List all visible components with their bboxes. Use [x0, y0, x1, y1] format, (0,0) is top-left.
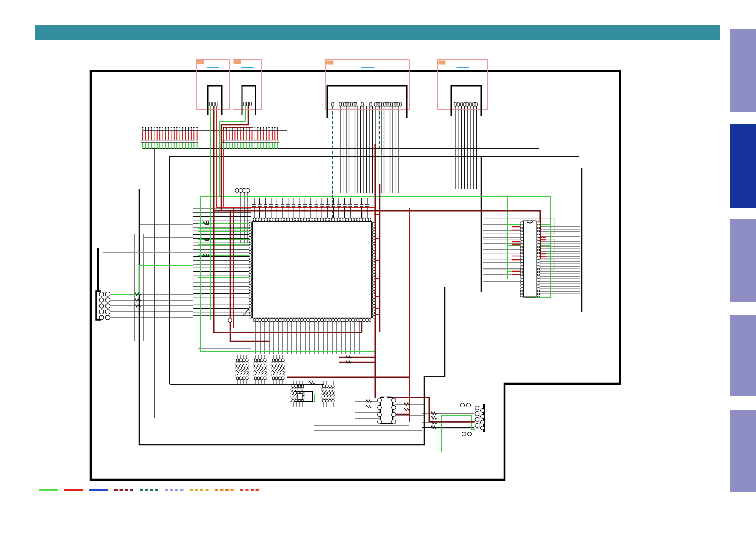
ic-pin: [340, 218, 343, 221]
ic-pin: [332, 218, 334, 221]
ic-pin: [249, 316, 251, 318]
ic-pin: [357, 218, 360, 221]
ic-pin: [372, 293, 375, 296]
ic-pin: [249, 253, 251, 256]
connector-pin: [470, 102, 471, 106]
connector-pin: [370, 102, 372, 106]
ic-pin: [329, 218, 332, 221]
ic-pin: [309, 318, 312, 321]
ic-pin: [249, 310, 251, 313]
connector-pin-circle: [475, 418, 479, 422]
connector-pin-circle: [99, 310, 104, 314]
ic-pin: [249, 251, 251, 253]
resistor-icon: [242, 364, 245, 375]
junction-dot: [145, 127, 146, 128]
ic-pin: [284, 218, 287, 221]
junction-dot: [246, 127, 247, 128]
ic-pin: [249, 287, 251, 290]
connector-pin: [384, 102, 386, 106]
ic-pin: [537, 279, 540, 281]
via-circle: [462, 432, 466, 436]
junction-dot: [193, 127, 195, 128]
ic-pin: [287, 218, 290, 221]
pin-circle: [301, 385, 304, 388]
ic-pin: [301, 318, 303, 321]
junction-dot: [223, 127, 224, 128]
ic-pin: [372, 251, 375, 253]
ic-pin: [249, 225, 251, 228]
ic-pin: [372, 287, 375, 290]
connector-pin: [400, 102, 401, 106]
ic-pin: [537, 231, 540, 234]
ic-pin: [312, 318, 315, 321]
ic-pin: [273, 318, 276, 321]
junction-dot: [234, 127, 236, 128]
ic-pin: [537, 253, 540, 256]
ic-pin: [295, 218, 298, 221]
resistor-icon: [325, 390, 328, 397]
ic-pin: [249, 248, 251, 251]
connector-pin: [395, 102, 397, 106]
connector-pin-circle: [475, 412, 479, 416]
ic-pin: [372, 256, 375, 259]
ic-pin: [249, 228, 251, 231]
connector-pin: [244, 102, 246, 106]
schematic-canvas: [0, 0, 756, 535]
junction-dot: [151, 127, 152, 128]
pin-circle: [246, 377, 248, 380]
ic-pin: [537, 238, 540, 240]
ic-pin: [537, 263, 540, 265]
junction-dot: [240, 127, 242, 128]
pin-circle: [236, 359, 239, 362]
ic-pin: [372, 313, 375, 316]
ic-pin: [372, 245, 375, 248]
ic-pin: [372, 248, 375, 251]
ic-pin: [276, 318, 278, 321]
ic-pin: [264, 218, 267, 221]
junction-dot: [260, 127, 261, 128]
ic-pin: [259, 218, 261, 221]
pin-circle: [242, 377, 245, 380]
pin-circle: [272, 377, 275, 380]
pin-circle: [322, 399, 325, 402]
ic-pin: [372, 228, 375, 231]
ic-pin: [348, 218, 351, 221]
connector-pin-circle: [99, 292, 104, 296]
ic-pin: [372, 290, 375, 293]
connector-pin: [339, 102, 341, 106]
ic-pin: [520, 285, 523, 287]
junction-dot: [266, 127, 267, 128]
junction-dot: [268, 127, 270, 128]
ic-pin: [520, 247, 523, 250]
link-tag-icon: [197, 60, 204, 64]
ic-pin: [520, 234, 523, 237]
ic-pin: [334, 218, 337, 221]
connector-pin: [213, 102, 215, 106]
resistor-icon: [329, 390, 331, 397]
ic-pin: [520, 241, 523, 243]
ic-pin: [270, 318, 273, 321]
ic-pin: [332, 318, 334, 321]
ic-pin: [537, 225, 540, 228]
ic-pin: [372, 282, 375, 284]
ic-pin: [249, 234, 251, 236]
ic-pin: [346, 218, 348, 221]
resistor-icon: [246, 364, 248, 375]
junction-dot: [173, 127, 175, 128]
ic-pin: [256, 218, 259, 221]
ic-pin: [323, 318, 326, 321]
ic-pin: [273, 218, 276, 221]
ic-pin: [249, 256, 251, 259]
resistor-icon: [295, 390, 298, 397]
connector-pin-circle: [99, 304, 104, 308]
ic-pin: [520, 228, 523, 231]
ic-pin: [249, 307, 251, 310]
ic-pin: [372, 305, 375, 307]
junction-dot: [148, 127, 149, 128]
ic-pin: [267, 318, 270, 321]
ic-pin: [520, 250, 523, 253]
link-tag-icon: [439, 61, 446, 65]
junction-dot: [274, 127, 276, 128]
ic-pin: [278, 318, 281, 321]
ic-pin: [537, 256, 540, 259]
